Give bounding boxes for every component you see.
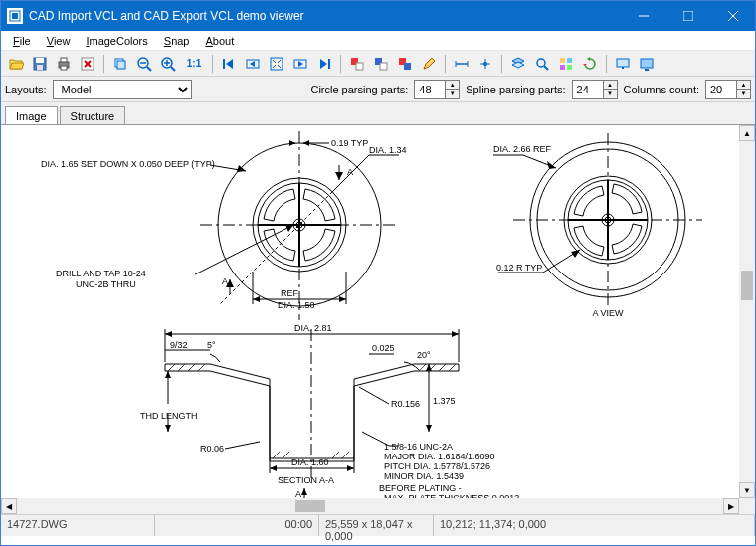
save-button[interactable]: [29, 53, 51, 75]
statusbar: 14727.DWG 00:00 25,559 x 18,047 x 0,000 …: [1, 514, 755, 536]
spline-parts-spinner[interactable]: ▲▼: [604, 80, 618, 99]
svg-rect-1: [12, 13, 18, 19]
svg-line-124: [198, 364, 205, 371]
svg-rect-3: [683, 11, 693, 21]
tab-structure[interactable]: Structure: [60, 106, 126, 125]
layers-button[interactable]: [507, 53, 529, 75]
scroll-right-button[interactable]: ▶: [723, 498, 739, 514]
circle-parts-input[interactable]: [414, 80, 446, 99]
menu-view[interactable]: View: [39, 33, 79, 49]
svg-rect-50: [567, 58, 572, 63]
layer-rb-button[interactable]: [394, 53, 416, 75]
svg-rect-52: [567, 65, 572, 70]
svg-text:REF: REF: [281, 288, 299, 298]
svg-marker-85: [339, 296, 346, 302]
svg-point-44: [483, 62, 487, 66]
svg-text:0.12 R TYP: 0.12 R TYP: [496, 263, 542, 273]
scroll-up-button[interactable]: ▲: [739, 125, 755, 141]
svg-marker-146: [426, 364, 432, 371]
layouts-select[interactable]: Model: [53, 80, 192, 99]
svg-text:DRILL AND TAP 10-24: DRILL AND TAP 10-24: [56, 269, 146, 278]
print-button[interactable]: [53, 53, 75, 75]
svg-rect-55: [617, 59, 629, 67]
menu-imagecolors[interactable]: ImageColors: [78, 33, 155, 49]
svg-text:A: A: [295, 489, 301, 498]
svg-line-131: [332, 452, 339, 458]
svg-text:DIA. 2.66 REF: DIA. 2.66 REF: [493, 144, 552, 154]
nav-first-button[interactable]: [218, 53, 240, 75]
svg-rect-16: [117, 61, 125, 69]
svg-text:THD LENGTH: THD LENGTH: [140, 411, 198, 421]
nav-last-button[interactable]: [313, 53, 335, 75]
rotate-button[interactable]: [579, 53, 601, 75]
zoom-11-button[interactable]: 1:1: [181, 53, 207, 75]
svg-line-156: [225, 442, 260, 449]
nav-fit-button[interactable]: [266, 53, 287, 75]
search-button[interactable]: [531, 53, 553, 75]
right-view: DIA. 2.66 REF 0.12 R TYP A VIEW: [493, 133, 702, 318]
svg-text:R0.156: R0.156: [391, 399, 420, 409]
svg-marker-147: [426, 425, 432, 432]
svg-rect-34: [356, 63, 363, 70]
svg-marker-74: [289, 140, 295, 146]
circle-parts-spinner[interactable]: ▲▼: [446, 80, 460, 99]
svg-line-21: [171, 67, 175, 71]
svg-marker-27: [250, 61, 255, 67]
svg-line-123: [188, 364, 195, 371]
layer-r-button[interactable]: [346, 53, 368, 75]
grid-button[interactable]: [555, 53, 577, 75]
menu-snap[interactable]: Snap: [156, 33, 198, 49]
drawing-canvas[interactable]: DIA. 1.34 0.19 TYP A A REF DIA. 1.50: [1, 125, 739, 498]
svg-rect-11: [61, 66, 67, 70]
svg-marker-72: [303, 140, 309, 146]
monitor-button[interactable]: [636, 53, 658, 75]
status-extents: 25,559 x 18,047 x 0,000: [319, 515, 434, 536]
scroll-left-button[interactable]: ◀: [1, 498, 17, 514]
svg-text:SECTION A-A: SECTION A-A: [278, 475, 334, 485]
minimize-button[interactable]: [621, 1, 665, 31]
section-view: DIA. 2.81 9/32 5° 0.025 20° 1.375 R0.156…: [140, 323, 519, 498]
menu-about[interactable]: About: [197, 33, 242, 49]
svg-rect-56: [622, 67, 624, 69]
spline-parts-input[interactable]: [572, 80, 604, 99]
horizontal-scrollbar[interactable]: ◀ ▶: [1, 498, 739, 514]
svg-rect-24: [223, 59, 225, 69]
nav-next-button[interactable]: [289, 53, 311, 75]
svg-text:5°: 5°: [207, 340, 216, 350]
columns-count-input[interactable]: [705, 80, 737, 99]
spline-parts-label: Spline parsing parts:: [466, 84, 565, 95]
menu-file[interactable]: File: [5, 33, 39, 49]
close-doc-button[interactable]: [77, 53, 98, 75]
nav-prev-button[interactable]: [242, 53, 264, 75]
svg-text:DIA. 1.34: DIA. 1.34: [369, 145, 407, 155]
svg-text:PITCH DIA. 1.5778/1.5726: PITCH DIA. 1.5778/1.5726: [384, 461, 490, 471]
svg-marker-54: [583, 64, 587, 66]
svg-text:0.19 TYP: 0.19 TYP: [331, 138, 368, 148]
tab-image[interactable]: Image: [5, 106, 58, 125]
layer-b-button[interactable]: [370, 53, 392, 75]
svg-text:UNC-2B THRU: UNC-2B THRU: [76, 279, 136, 289]
zoom-out-button[interactable]: [133, 53, 155, 75]
svg-text:A VIEW: A VIEW: [592, 308, 624, 318]
svg-rect-51: [560, 65, 565, 70]
maximize-button[interactable]: [665, 1, 710, 31]
svg-rect-10: [61, 58, 67, 62]
svg-marker-161: [270, 465, 277, 471]
pen-button[interactable]: [418, 53, 440, 75]
help-button[interactable]: [612, 53, 634, 75]
open-button[interactable]: [5, 53, 27, 75]
close-button[interactable]: [710, 1, 755, 31]
vertical-scrollbar[interactable]: ▲ ▼: [739, 125, 755, 498]
dim-h-button[interactable]: [451, 53, 472, 75]
drawing-area: DIA. 1.34 0.19 TYP A A REF DIA. 1.50: [1, 124, 755, 514]
zoom-in-button[interactable]: [157, 53, 179, 75]
svg-text:9/32: 9/32: [170, 340, 188, 350]
svg-text:R0.06: R0.06: [200, 444, 224, 454]
dim-c-button[interactable]: [474, 53, 496, 75]
columns-count-spinner[interactable]: ▲▼: [737, 80, 751, 99]
svg-rect-57: [641, 59, 653, 68]
copy-button[interactable]: [109, 53, 131, 75]
layouts-label: Layouts:: [5, 84, 47, 95]
status-time: 00:00: [155, 515, 319, 536]
scroll-down-button[interactable]: ▼: [739, 482, 755, 498]
